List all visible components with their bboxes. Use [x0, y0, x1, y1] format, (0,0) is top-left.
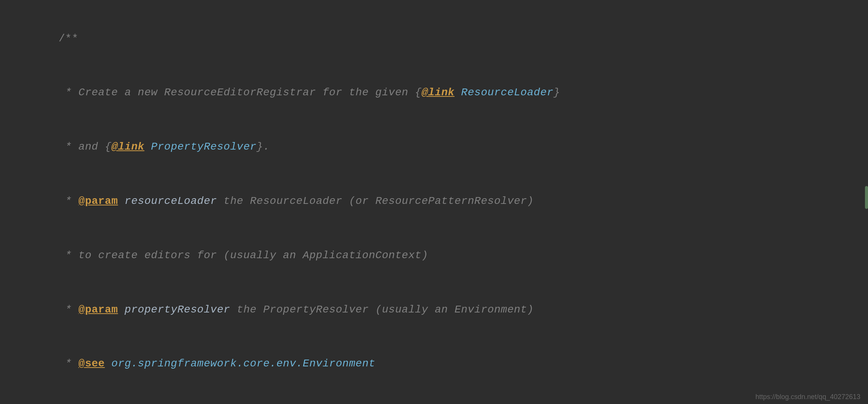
param-name-1: resourceLoader	[125, 195, 217, 207]
see-tag-1: @see	[78, 358, 105, 369]
comment-space-6	[118, 304, 124, 316]
code-line-2: * Create a new ResourceEditorRegistrar f…	[19, 66, 849, 120]
code-line-4: * @param resourceLoader the ResourceLoad…	[19, 174, 849, 228]
comment-star-6: *	[59, 304, 78, 316]
param-tag-1: @param	[78, 195, 118, 207]
comment-text-2b: given {	[369, 87, 421, 98]
comment-space-2	[144, 141, 151, 153]
comment-star-4: *	[59, 195, 78, 207]
code-line-1: /**	[19, 11, 849, 66]
comment-space-1	[455, 87, 461, 98]
comment-and: * and {	[59, 141, 111, 153]
comment-star-7: *	[59, 358, 78, 369]
at-link-tag-1: @link	[421, 87, 455, 98]
code-block: /** * Create a new ResourceEditorRegistr…	[19, 11, 849, 404]
code-line-6: * @param propertyResolver the PropertyRe…	[19, 282, 849, 337]
comment-close-2: }.	[257, 141, 270, 153]
comment-text-5: * to create editors for (usually an Appl…	[59, 249, 428, 261]
comment-text-6: the PropertyResolver (usually an Environ…	[230, 304, 534, 316]
code-line-8: * @see org.springframework.core.io.suppo…	[19, 391, 849, 404]
code-line-7: * @see org.springframework.core.env.Envi…	[19, 337, 849, 391]
resource-loader-link-1: ResourceLoader	[461, 87, 553, 98]
see-ref-1: org.springframework.core.env.Environment	[105, 358, 375, 369]
param-name-2: propertyResolver	[125, 304, 230, 316]
the-word: the	[349, 87, 369, 98]
comment-space-4	[118, 195, 124, 207]
scrollbar[interactable]	[865, 186, 868, 209]
comment-text-4: the ResourceLoader (or ResourcePatternRe…	[217, 195, 534, 207]
code-container: /** * Create a new ResourceEditorRegistr…	[0, 0, 868, 404]
code-line-5: * to create editors for (usually an Appl…	[19, 228, 849, 282]
code-line-3: * and {@link PropertyResolver}.	[19, 120, 849, 174]
property-resolver-link: PropertyResolver	[151, 141, 257, 153]
comment-text-2: * Create a new ResourceEditorRegistrar f…	[59, 87, 349, 98]
comment-close-brace-1: }	[553, 87, 560, 98]
param-tag-2: @param	[78, 304, 118, 316]
url-bar: https://blog.csdn.net/qq_40272613	[756, 393, 860, 401]
at-link-tag-2: @link	[111, 141, 144, 153]
comment-open: /**	[59, 33, 78, 44]
